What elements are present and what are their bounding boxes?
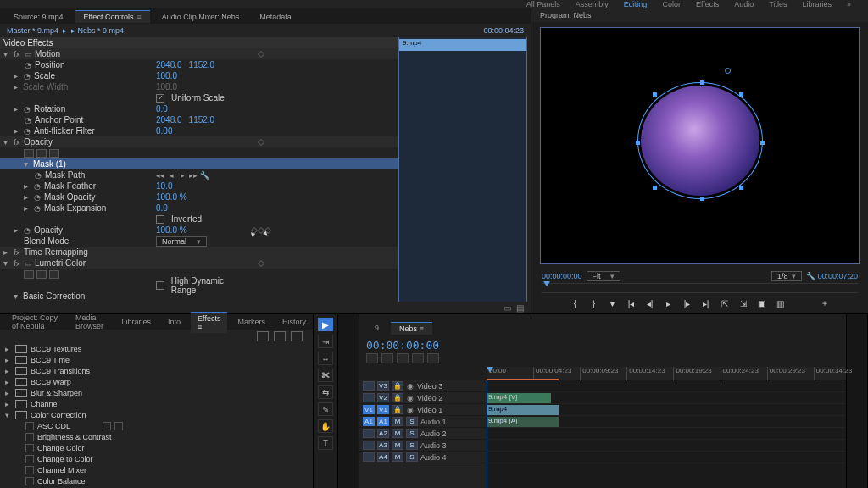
stopwatch-icon[interactable]: ◔	[33, 204, 42, 213]
track-toggle[interactable]: A2	[377, 429, 389, 438]
go-in-icon[interactable]: |◂	[626, 297, 637, 309]
effect-item[interactable]: Brightness & Contrast	[37, 433, 112, 441]
folder-label[interactable]: BCC9 Transitions	[31, 367, 90, 375]
filter-yuv-icon[interactable]	[291, 331, 303, 341]
pen-tool-icon[interactable]: ✎	[318, 402, 333, 416]
twirl-icon[interactable]: ▾	[3, 258, 10, 268]
track-toggle[interactable]: A1	[377, 417, 389, 426]
opacity-label[interactable]: Opacity	[24, 137, 53, 147]
program-viewer[interactable]	[540, 27, 860, 264]
sequence-tab[interactable]: Nebs ≡	[391, 322, 432, 335]
timeline-tc[interactable]: 00:00:00:00	[366, 339, 439, 352]
track-toggle[interactable]: V1	[377, 405, 389, 414]
playhead-icon[interactable]	[543, 281, 550, 286]
twirl-icon[interactable]: ▾	[3, 49, 10, 58]
ws-overflow-icon[interactable]: »	[847, 0, 851, 8]
compare-icon[interactable]: ▥	[775, 297, 787, 309]
selection-tool-icon[interactable]: ▶	[318, 318, 333, 331]
tab-source[interactable]: Source: 9.mp4	[5, 10, 72, 23]
lumetri-label[interactable]: Lumetri Color	[35, 258, 86, 268]
mask-rect-icon[interactable]	[36, 149, 47, 158]
program-fit-select[interactable]: Fit	[587, 271, 620, 281]
mask-prev-icon[interactable]: ◂	[167, 171, 175, 180]
mark-in-icon[interactable]: {	[570, 297, 581, 309]
track-select-tool-icon[interactable]: ⇥	[318, 335, 333, 348]
stopwatch-icon[interactable]: ◔	[24, 61, 32, 69]
mask-label[interactable]: Mask (1)	[33, 159, 66, 169]
panel-menu-icon[interactable]: ≡	[420, 324, 424, 333]
mask-track-fwd-icon[interactable]: ▸▸	[189, 171, 198, 180]
snap-toggle-icon[interactable]	[366, 353, 378, 363]
twirl-icon[interactable]: ▾	[3, 137, 10, 147]
solo-icon[interactable]: S	[406, 417, 418, 426]
effect-item[interactable]: Channel Mixer	[37, 466, 86, 474]
step-fwd-icon[interactable]: |▸	[682, 297, 693, 309]
keyframe-nav-icon[interactable]: ▸	[264, 226, 271, 233]
track-toggle[interactable]: A4	[377, 452, 389, 462]
type-tool-icon[interactable]: T	[318, 436, 333, 450]
track-toggle[interactable]: A3	[377, 441, 389, 450]
solo-icon[interactable]: S	[406, 452, 418, 462]
tab-metadata[interactable]: Metadata	[251, 10, 300, 23]
ws-tab[interactable]: Titles	[769, 0, 787, 8]
linked-selection-icon[interactable]	[381, 353, 393, 363]
stopwatch-icon[interactable]: ◔	[23, 127, 31, 136]
mask-opacity-value[interactable]: 100.0 %	[156, 192, 187, 202]
mute-icon[interactable]: M	[392, 417, 403, 426]
eye-icon[interactable]: ◉	[406, 406, 415, 414]
mask-ellipse-icon[interactable]	[24, 149, 34, 158]
rotation-value[interactable]: 0.0	[156, 104, 168, 114]
program-resolution-select[interactable]: 1/8	[771, 271, 802, 281]
tab-info[interactable]: Info	[161, 316, 187, 328]
sequence-tab[interactable]: 9	[366, 322, 387, 335]
solo-icon[interactable]: S	[406, 429, 418, 438]
effect-item[interactable]: Change to Color	[37, 455, 93, 463]
ec-zoom-out-icon[interactable]: ▭	[504, 303, 511, 313]
anchor-x-value[interactable]: 2048.0	[156, 115, 182, 125]
reset-icon[interactable]	[258, 259, 264, 266]
folder-label[interactable]: Channel	[31, 400, 59, 408]
position-y-value[interactable]: 1152.0	[189, 60, 215, 69]
tab-audio-mixer[interactable]: Audio Clip Mixer: Nebs	[153, 10, 248, 23]
mask-play-icon[interactable]: ▸	[178, 171, 186, 180]
tab-history[interactable]: History	[275, 316, 313, 328]
reset-icon[interactable]	[258, 50, 264, 57]
reset-icon[interactable]	[258, 138, 264, 145]
wrench-icon[interactable]	[427, 353, 439, 363]
playhead-line[interactable]	[487, 380, 487, 488]
mask-outline[interactable]	[637, 82, 763, 199]
ws-tab[interactable]: Audio	[734, 0, 754, 8]
folder-label[interactable]: Color Correction	[31, 411, 86, 419]
track-target[interactable]	[363, 381, 375, 391]
mark-out-icon[interactable]: }	[588, 297, 600, 309]
eye-icon[interactable]: ◉	[406, 394, 415, 402]
mute-icon[interactable]: M	[392, 441, 403, 450]
mute-icon[interactable]: M	[392, 429, 403, 438]
ws-tab[interactable]: All Panels	[526, 0, 560, 8]
track-toggle[interactable]: V3	[377, 381, 389, 391]
twirl-icon[interactable]: ▸	[3, 247, 10, 257]
mask-rotate-handle[interactable]	[725, 68, 731, 74]
uniform-scale-checkbox[interactable]: ✓	[156, 94, 164, 103]
track-lock-icon[interactable]: 🔒	[392, 381, 403, 391]
video-clip[interactable]: 9.mp4	[487, 405, 559, 415]
razor-tool-icon[interactable]: ✀	[318, 369, 333, 382]
track-toggle[interactable]: V2	[377, 393, 389, 402]
tab-markers[interactable]: Markers	[231, 316, 272, 328]
opacity-value[interactable]: 100.0 %	[156, 225, 187, 235]
tab-effect-controls[interactable]: Effect Controls≡	[75, 10, 150, 23]
scale-value[interactable]: 100.0	[156, 71, 177, 80]
stopwatch-icon[interactable]: ◔	[33, 193, 42, 202]
effect-item[interactable]: Color Balance	[37, 477, 86, 485]
stopwatch-icon[interactable]: ◔	[23, 226, 31, 235]
timeline-clips-area[interactable]: 9.mp4 [V] 9.mp4 9.mp4 [A]	[487, 380, 846, 488]
motion-label[interactable]: Motion	[35, 49, 60, 58]
mask-rect-icon[interactable]	[36, 270, 47, 279]
video-clip[interactable]: 9.mp4 [V]	[487, 393, 551, 403]
track-target[interactable]	[363, 452, 375, 462]
go-out-icon[interactable]: ▸|	[700, 297, 712, 309]
slip-tool-icon[interactable]: ⇆	[318, 385, 333, 399]
ws-tab[interactable]: Editing	[624, 0, 648, 8]
mute-icon[interactable]: M	[392, 452, 403, 462]
time-remap-label[interactable]: Time Remapping	[24, 247, 88, 257]
